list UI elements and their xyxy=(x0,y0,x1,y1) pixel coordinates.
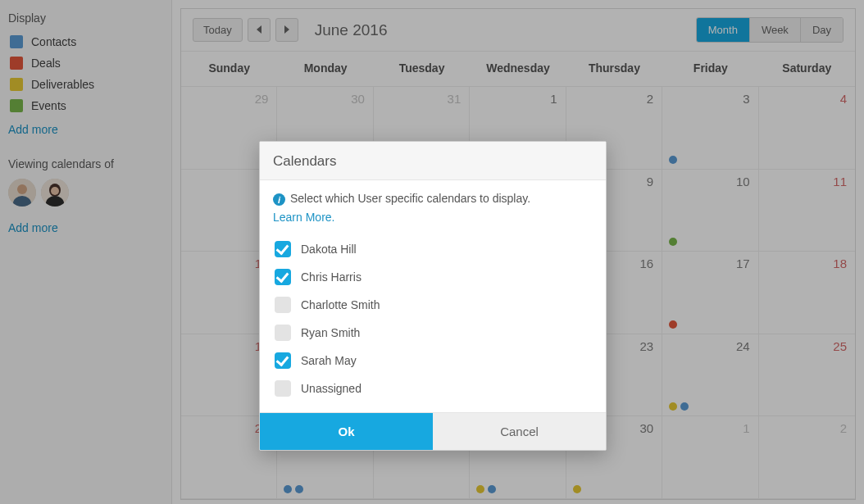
checkbox[interactable] xyxy=(275,380,291,397)
user-name: Dakota Hill xyxy=(301,243,357,256)
modal-body: i Select which User specific calendars t… xyxy=(260,180,606,412)
modal-actions: Ok Cancel xyxy=(260,412,606,450)
modal-title: Calendars xyxy=(260,142,606,180)
calendars-modal: Calendars i Select which User specific c… xyxy=(259,141,607,451)
user-row[interactable]: Sarah May xyxy=(273,347,593,375)
user-name: Unassigned xyxy=(301,382,362,395)
user-name: Chris Harris xyxy=(301,270,362,284)
checkbox[interactable] xyxy=(275,325,291,341)
user-row[interactable]: Chris Harris xyxy=(273,263,593,291)
user-row[interactable]: Charlotte Smith xyxy=(273,291,593,319)
modal-hint: i Select which User specific calendars t… xyxy=(273,192,593,224)
user-list: Dakota HillChris HarrisCharlotte SmithRy… xyxy=(273,235,593,402)
user-name: Ryan Smith xyxy=(301,326,360,339)
user-row[interactable]: Ryan Smith xyxy=(273,319,593,347)
cancel-button[interactable]: Cancel xyxy=(433,413,606,450)
learn-more-link[interactable]: Learn More. xyxy=(273,211,334,224)
info-icon: i xyxy=(273,193,285,206)
user-name: Sarah May xyxy=(301,354,357,367)
checkbox[interactable] xyxy=(275,297,291,313)
ok-button[interactable]: Ok xyxy=(260,413,433,450)
checkbox[interactable] xyxy=(275,269,291,285)
user-name: Charlotte Smith xyxy=(301,298,380,311)
hint-text: Select which User specific calendars to … xyxy=(290,192,530,205)
user-row[interactable]: Dakota Hill xyxy=(273,235,593,263)
user-row[interactable]: Unassigned xyxy=(273,375,593,402)
checkbox[interactable] xyxy=(275,241,291,257)
checkbox[interactable] xyxy=(275,352,291,369)
